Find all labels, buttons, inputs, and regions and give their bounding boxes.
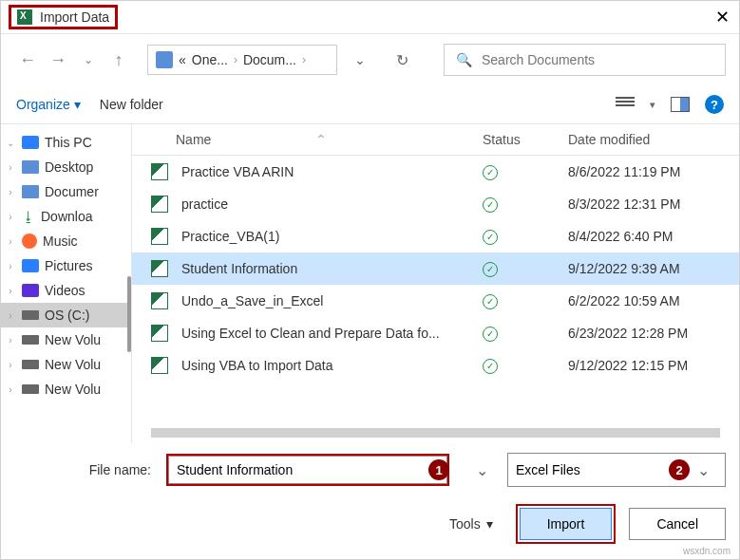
chevron-right-icon: › bbox=[5, 360, 16, 370]
refresh-icon[interactable]: ↻ bbox=[383, 51, 421, 69]
new-folder-button[interactable]: New folder bbox=[100, 97, 163, 112]
search-input[interactable] bbox=[482, 52, 713, 67]
horizontal-scrollbar[interactable] bbox=[151, 428, 720, 438]
chevron-right-icon: › bbox=[5, 384, 16, 395]
import-button[interactable]: Import bbox=[520, 508, 613, 540]
sidebar-item-videos[interactable]: ›Videos bbox=[1, 278, 131, 303]
sync-status-icon bbox=[483, 325, 568, 342]
file-row[interactable]: Using VBA to Import Data 9/12/2022 12:15… bbox=[132, 349, 739, 382]
file-name: Using Excel to Clean and Prepare Data fo… bbox=[181, 326, 483, 341]
music-icon bbox=[22, 233, 37, 249]
chevron-down-icon[interactable]: ⌄ bbox=[75, 47, 102, 73]
close-icon[interactable]: ✕ bbox=[715, 7, 730, 28]
sidebar-item-new-volume[interactable]: ›New Volu bbox=[1, 327, 131, 352]
up-icon[interactable]: ↑ bbox=[105, 47, 132, 73]
callout-badge-2: 2 bbox=[669, 459, 690, 480]
sync-status-icon bbox=[483, 196, 568, 213]
sidebar-item-documents[interactable]: ›Documer bbox=[1, 179, 131, 204]
sidebar-item-downloads[interactable]: ›⭳Downloa bbox=[1, 204, 131, 229]
address-dropdown-icon[interactable]: ⌄ bbox=[341, 52, 379, 67]
breadcrumb-seg[interactable]: One... bbox=[192, 52, 228, 67]
excel-file-icon bbox=[151, 228, 168, 245]
desktop-icon bbox=[22, 160, 39, 174]
excel-file-icon bbox=[151, 260, 168, 277]
chevron-down-icon: ⌄ bbox=[5, 138, 16, 148]
excel-file-icon bbox=[151, 163, 168, 180]
organize-button[interactable]: Organize ▾ bbox=[16, 97, 81, 112]
preview-pane-icon[interactable] bbox=[671, 97, 690, 112]
sync-status-icon bbox=[483, 228, 568, 245]
cancel-button[interactable]: Cancel bbox=[629, 508, 726, 540]
tools-button[interactable]: Tools ▾ bbox=[449, 516, 493, 532]
file-name: Practice VBA ARIN bbox=[181, 164, 483, 179]
file-date: 8/3/2022 12:31 PM bbox=[568, 196, 720, 212]
disk-icon bbox=[22, 384, 39, 394]
forward-icon[interactable]: → bbox=[45, 47, 71, 73]
disk-icon bbox=[22, 360, 39, 369]
sync-status-icon bbox=[483, 357, 568, 374]
file-name: Student Information bbox=[181, 261, 483, 276]
chevron-right-icon: › bbox=[5, 162, 16, 173]
column-name[interactable]: Name⌃ bbox=[151, 132, 483, 147]
sidebar-item-new-volume[interactable]: ›New Volu bbox=[1, 377, 131, 401]
excel-icon bbox=[17, 9, 32, 25]
sidebar-item-music[interactable]: ›Music bbox=[1, 229, 131, 253]
file-row[interactable]: Student Information 9/12/2022 9:39 AM bbox=[132, 252, 739, 285]
disk-icon bbox=[22, 310, 39, 320]
search-box[interactable]: 🔍 bbox=[444, 44, 726, 76]
filename-label: File name: bbox=[89, 462, 155, 477]
back-icon[interactable]: ← bbox=[14, 47, 41, 73]
sidebar-item-os-c[interactable]: ›OS (C:) bbox=[1, 303, 131, 327]
file-filter-dropdown[interactable]: Excel Files 2 ⌄ bbox=[507, 453, 726, 487]
breadcrumb[interactable]: « One... › Docum... › bbox=[147, 45, 337, 75]
filename-dropdown-icon[interactable]: ⌄ bbox=[468, 461, 496, 479]
import-highlight: Import bbox=[516, 504, 617, 544]
column-status[interactable]: Status bbox=[483, 132, 568, 147]
sidebar-item-new-volume[interactable]: ›New Volu bbox=[1, 352, 131, 377]
excel-file-icon bbox=[151, 196, 168, 213]
sidebar-item-pictures[interactable]: ›Pictures bbox=[1, 253, 131, 278]
caret-down-icon[interactable]: ▾ bbox=[650, 99, 655, 111]
filename-box-highlight bbox=[166, 454, 449, 486]
sync-status-icon bbox=[483, 292, 568, 309]
file-row[interactable]: Practice VBA ARIN 8/6/2022 11:19 PM bbox=[132, 156, 739, 188]
sync-status-icon bbox=[483, 260, 568, 277]
sync-status-icon bbox=[483, 163, 568, 180]
chevron-right-icon: › bbox=[5, 187, 16, 197]
file-row[interactable]: practice 8/3/2022 12:31 PM bbox=[132, 188, 739, 220]
chevron-right-icon: › bbox=[234, 53, 237, 66]
search-icon: 🔍 bbox=[456, 52, 472, 67]
chevron-right-icon: › bbox=[5, 236, 16, 247]
breadcrumb-seg[interactable]: Docum... bbox=[243, 52, 296, 67]
file-name: Using VBA to Import Data bbox=[181, 358, 483, 373]
sidebar-item-desktop[interactable]: ›Desktop bbox=[1, 155, 131, 179]
excel-file-icon bbox=[151, 292, 168, 309]
excel-file-icon bbox=[151, 357, 168, 374]
file-date: 9/12/2022 9:39 AM bbox=[568, 261, 720, 276]
help-icon[interactable]: ? bbox=[705, 95, 724, 114]
file-row[interactable]: Practice_VBA(1) 8/4/2022 6:40 PM bbox=[132, 220, 739, 252]
chevron-down-icon: ⌄ bbox=[690, 461, 717, 479]
download-icon: ⭳ bbox=[22, 209, 35, 224]
filename-input[interactable] bbox=[168, 456, 447, 484]
file-date: 6/2/2022 10:59 AM bbox=[568, 293, 720, 308]
file-date: 8/6/2022 11:19 PM bbox=[568, 164, 720, 179]
sidebar-item-this-pc[interactable]: ⌄This PC bbox=[1, 130, 131, 155]
pictures-icon bbox=[22, 259, 39, 272]
file-name: Practice_VBA(1) bbox=[181, 229, 483, 244]
title-highlight: Import Data bbox=[9, 5, 118, 29]
view-icon[interactable] bbox=[616, 97, 635, 112]
file-date: 9/12/2022 12:15 PM bbox=[568, 358, 720, 373]
file-row[interactable]: Undo_a_Save_in_Excel 6/2/2022 10:59 AM bbox=[132, 285, 739, 317]
column-date[interactable]: Date modified bbox=[568, 132, 720, 147]
pc-icon bbox=[22, 136, 39, 149]
scrollbar-handle[interactable] bbox=[127, 276, 131, 352]
disk-icon bbox=[22, 335, 39, 345]
chevron-right-icon: › bbox=[5, 212, 16, 222]
documents-icon bbox=[22, 185, 39, 198]
chevron-right-icon: › bbox=[5, 310, 16, 321]
excel-file-icon bbox=[151, 325, 168, 342]
folder-icon bbox=[156, 51, 173, 68]
file-row[interactable]: Using Excel to Clean and Prepare Data fo… bbox=[132, 317, 739, 349]
sort-caret-icon: ⌃ bbox=[315, 132, 327, 147]
